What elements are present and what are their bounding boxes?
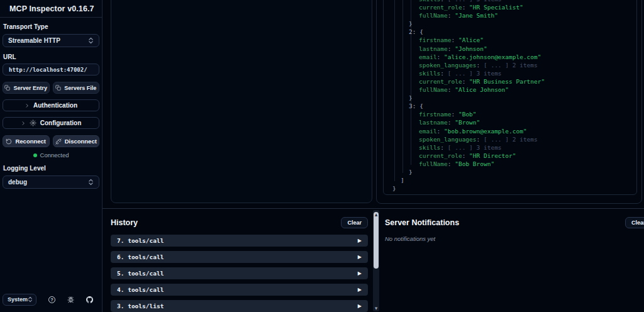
server-buttons-row: Server Entry Servers File — [3, 82, 99, 94]
history-item[interactable]: 7. tools/call▶ — [111, 235, 368, 247]
authentication-label: Authentication — [33, 102, 77, 109]
unplug-icon — [55, 138, 62, 145]
json-line[interactable]: skills: [ ... ] 3 items — [384, 143, 636, 152]
reconnect-label: Reconnect — [15, 138, 46, 145]
json-line: current_role: "HR Specialist" — [384, 3, 636, 11]
server-notifications-panel: Server Notifications Clear No notificati… — [385, 217, 644, 312]
sidebar-body: Transport Type Streamable HTTP URL http:… — [0, 18, 102, 291]
json-line[interactable]: spoken_languages: [ ... ] 2 items — [384, 61, 636, 69]
history-item[interactable]: 4. tools/call▶ — [111, 284, 368, 296]
notifications-title: Server Notifications — [385, 218, 459, 227]
servers-file-label: Servers File — [64, 85, 96, 91]
connection-buttons-row: Reconnect Disconnect — [3, 135, 99, 147]
expand-arrow-icon: ▶ — [358, 270, 362, 276]
help-icon[interactable]: ? — [48, 296, 55, 303]
scroll-up-icon: ▲ — [375, 212, 377, 269]
notifications-header: Server Notifications Clear — [385, 217, 644, 228]
json-line: } — [384, 168, 636, 176]
chevron-right-icon — [21, 121, 26, 126]
bottom-section: History Clear 7. tools/call▶6. tools/cal… — [103, 209, 644, 312]
connection-status: Connected — [3, 152, 99, 159]
expand-arrow-icon: ▶ — [358, 303, 362, 309]
history-item-label: 6. tools/call — [117, 254, 164, 260]
url-value: http://localhost:47002/ — [9, 67, 87, 73]
history-panel: History Clear 7. tools/call▶6. tools/cal… — [111, 217, 368, 312]
vertical-scrollbar[interactable]: ▲ ▼ — [373, 210, 379, 311]
notifications-empty-message: No notifications yet — [385, 235, 644, 242]
history-clear-button[interactable]: Clear — [341, 217, 368, 228]
json-line: firstname: "Alice" — [384, 36, 636, 44]
json-line: email: "bob.brown@example.com" — [384, 127, 636, 135]
json-viewer[interactable]: skills: [ ... ] 3 itemscurrent_role: "HR… — [383, 0, 637, 195]
json-line: firstname: "Bob" — [384, 110, 636, 118]
history-list: 7. tools/call▶6. tools/call▶5. tools/cal… — [111, 235, 368, 312]
json-line: fullName: "Alice Johnson" — [384, 86, 636, 94]
sidebar-footer: System ? — [0, 291, 102, 312]
json-line: 3: { — [384, 102, 636, 110]
scroll-down-icon[interactable]: ▼ — [373, 306, 379, 310]
configuration-label: Configuration — [40, 120, 82, 126]
transport-type-value: Streamable HTTP — [8, 37, 60, 44]
history-item-label: 4. tools/call — [117, 286, 164, 293]
json-line: current_role: "HR Director" — [384, 152, 636, 160]
updown-chevron-icon — [88, 179, 94, 186]
mcp-inspector-app: MCP Inspector v0.16.7 Transport Type Str… — [0, 0, 644, 312]
copy-icon — [4, 85, 10, 91]
rotate-ccw-icon — [6, 138, 12, 145]
servers-file-button[interactable]: Servers File — [53, 82, 100, 94]
help-question-label: ? — [48, 296, 55, 303]
logging-level-select[interactable]: debug — [3, 176, 99, 189]
expand-arrow-icon: ▶ — [358, 287, 362, 292]
request-panel — [111, 0, 372, 203]
logging-level-label: Logging Level — [3, 165, 99, 172]
history-item-label: 3. tools/list — [117, 303, 164, 309]
transport-type-select[interactable]: Streamable HTTP — [3, 34, 99, 47]
url-input[interactable]: http://localhost:47002/ — [3, 64, 99, 75]
disconnect-button[interactable]: Disconnect — [53, 135, 100, 147]
copy-icon — [55, 85, 61, 91]
reconnect-button[interactable]: Reconnect — [3, 135, 50, 147]
json-line: lastname: "Brown" — [384, 118, 636, 126]
configuration-toggle[interactable]: Configuration — [3, 117, 99, 129]
sidebar-header: MCP Inspector v0.16.7 — [0, 0, 102, 18]
bug-icon[interactable] — [67, 296, 74, 303]
history-item-label: 7. tools/call — [117, 237, 164, 244]
sidebar: MCP Inspector v0.16.7 Transport Type Str… — [0, 0, 103, 312]
json-line: fullName: "Jane Smith" — [384, 11, 636, 20]
gear-icon — [30, 120, 36, 126]
chevron-right-icon — [25, 103, 30, 108]
history-item-label: 5. tools/call — [117, 270, 164, 277]
top-section: skills: [ ... ] 3 itemscurrent_role: "HR… — [103, 0, 644, 209]
github-icon[interactable] — [86, 296, 93, 303]
json-line: ] — [384, 176, 636, 184]
json-line: } — [384, 20, 636, 28]
json-line: } — [384, 94, 636, 102]
notifications-clear-button[interactable]: Clear — [625, 217, 644, 228]
server-entry-button[interactable]: Server Entry — [3, 82, 50, 94]
updown-chevron-icon — [28, 296, 33, 303]
theme-select-value: System — [8, 296, 28, 303]
history-header: History Clear — [111, 217, 368, 228]
connected-dot-icon — [33, 153, 37, 157]
theme-select[interactable]: System — [3, 294, 36, 306]
authentication-toggle[interactable]: Authentication — [3, 99, 99, 111]
json-line: current_role: "HR Business Partner" — [384, 77, 636, 86]
json-line: } — [384, 184, 636, 192]
disconnect-label: Disconnect — [65, 138, 97, 145]
json-line: lastname: "Johnson" — [384, 45, 636, 53]
history-title: History — [111, 218, 138, 227]
expand-arrow-icon: ▶ — [358, 254, 362, 260]
logging-level-value: debug — [8, 179, 27, 186]
json-line: fullName: "Bob Brown" — [384, 160, 636, 168]
tool-result-panel: skills: [ ... ] 3 itemscurrent_role: "HR… — [376, 0, 642, 204]
history-item[interactable]: 5. tools/call▶ — [111, 267, 368, 279]
connection-status-label: Connected — [40, 152, 69, 159]
history-item[interactable]: 3. tools/list▶ — [111, 300, 368, 312]
scrollbar-thumb[interactable]: ▲ — [374, 212, 379, 269]
updown-chevron-icon — [88, 37, 94, 44]
json-line[interactable]: skills: [ ... ] 3 items — [384, 69, 636, 77]
server-entry-label: Server Entry — [13, 85, 47, 91]
json-line[interactable]: spoken_languages: [ ... ] 2 items — [384, 135, 636, 143]
app-title: MCP Inspector v0.16.7 — [9, 4, 94, 13]
history-item[interactable]: 6. tools/call▶ — [111, 251, 368, 263]
